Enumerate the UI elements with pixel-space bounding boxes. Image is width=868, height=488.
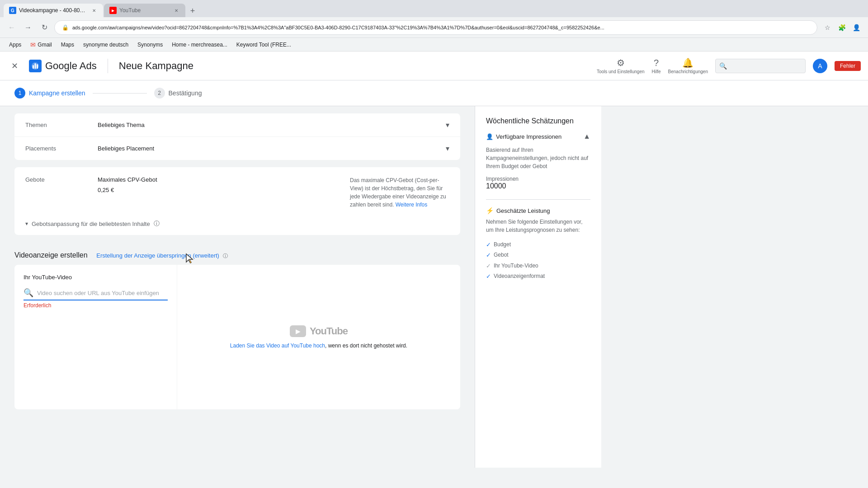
checklist-videoanzeigenformat: ✓ Videoanzeigenformat bbox=[486, 271, 590, 282]
themen-dropdown-icon[interactable]: ▾ bbox=[446, 121, 449, 129]
performance-title-text: Geschätzte Leistung bbox=[496, 207, 550, 214]
checklist-youtube-label: Ihr YouTube-Video bbox=[494, 261, 538, 271]
avatar[interactable]: A bbox=[813, 59, 827, 73]
tab-bar: G Videokampagne - 400-805-692! ✕ ▶ YouTu… bbox=[0, 0, 868, 17]
bookmark-home-merch[interactable]: Home - merchreasea... bbox=[168, 41, 231, 49]
bid-chevron-icon: ▾ bbox=[25, 221, 28, 227]
bookmark-maps-label: Maps bbox=[61, 42, 74, 48]
video-section-title: Videoanzeige erstellen bbox=[14, 251, 88, 259]
video-section-header: Videoanzeige erstellen Erstellung der An… bbox=[14, 242, 460, 265]
gebote-header: Gebote Maximales CPV-Gebot 0,25 € Das ma… bbox=[14, 167, 460, 218]
youtube-upload-text: Laden Sie das Video auf YouTube hoch, we… bbox=[230, 343, 407, 349]
video-search-container: 🔍 bbox=[24, 286, 168, 300]
youtube-play-icon: ▶ bbox=[290, 325, 306, 337]
user-profile-icon[interactable]: 👤 bbox=[850, 21, 863, 34]
step-1-label: Kampagne erstellen bbox=[29, 89, 85, 97]
themen-placements-card: Themen Beliebiges Thema ▾ Placements Bel… bbox=[14, 113, 460, 160]
sidebar-impressions-desc: Basierend auf Ihren Kampagneneinstellung… bbox=[486, 146, 590, 170]
campaign-title-label: Neue Kampagne bbox=[119, 60, 193, 72]
help-button[interactable]: ? Hilfe bbox=[652, 58, 661, 74]
placements-value: Beliebiges Placement ▾ bbox=[98, 144, 449, 153]
back-button[interactable]: ← bbox=[5, 21, 18, 34]
header-divider bbox=[108, 59, 108, 73]
reload-button[interactable]: ↻ bbox=[38, 21, 51, 34]
bookmark-star-icon[interactable]: ☆ bbox=[821, 21, 834, 34]
header-tools-area: ⚙ Tools und Einstellungen ? Hilfe 🔔 Bena… bbox=[597, 57, 861, 74]
bid-adjustment-row[interactable]: ▾ Gebotsanpassung für die beliebtesten I… bbox=[14, 218, 460, 235]
step-1: 1 Kampagne erstellen bbox=[14, 88, 85, 99]
header-search-bar[interactable]: 🔍 bbox=[715, 59, 806, 73]
impressions-metric-label: Impressionen bbox=[486, 176, 590, 182]
ads-svg-icon bbox=[31, 61, 40, 70]
bookmark-synonyme[interactable]: synonyme deutsch bbox=[80, 41, 132, 49]
gebote-content: Maximales CPV-Gebot 0,25 € bbox=[98, 176, 350, 195]
video-section-inner: Ihr YouTube-Video 🔍 Erforderlich ▶ bbox=[14, 265, 460, 409]
step-1-circle: 1 bbox=[14, 88, 25, 99]
sidebar-impressions-title: 👤 Verfügbare Impressionen bbox=[486, 133, 561, 140]
skip-ad-link[interactable]: Erstellung der Anzeige überspringen (erw… bbox=[96, 252, 219, 259]
youtube-play-symbol: ▶ bbox=[296, 328, 301, 335]
bookmarks-bar: Apps ✉ Gmail Maps synonyme deutsch Synon… bbox=[0, 38, 868, 52]
impressions-metric-value: 10000 bbox=[486, 182, 590, 190]
close-button[interactable]: ✕ bbox=[7, 59, 22, 73]
toolbar-icons: ☆ 🧩 👤 bbox=[821, 21, 863, 34]
gebote-label: Gebote bbox=[25, 176, 98, 183]
gebote-title: Maximales CPV-Gebot bbox=[98, 176, 350, 183]
tab-title-youtube: YouTube bbox=[119, 7, 170, 14]
video-right-panel: ▶ YouTube Laden Sie das Video auf YouTub… bbox=[177, 265, 460, 409]
content-area: Themen Beliebiges Thema ▾ Placements Bel… bbox=[0, 106, 475, 468]
notifications-button[interactable]: 🔔 Benachrichtigungen bbox=[668, 57, 708, 74]
placements-dropdown-icon[interactable]: ▾ bbox=[446, 144, 449, 153]
bookmark-gmail[interactable]: ✉ Gmail bbox=[27, 40, 55, 49]
check-budget-icon: ✓ bbox=[486, 239, 491, 250]
bookmark-keyword-tool[interactable]: Keyword Tool (FREE... bbox=[233, 41, 295, 49]
step-2: 2 Bestätigung bbox=[154, 88, 202, 99]
forward-button[interactable]: → bbox=[22, 21, 34, 34]
gmail-icon: ✉ bbox=[30, 41, 36, 48]
help-icon: ? bbox=[654, 58, 659, 68]
bookmark-synonyms[interactable]: Synonyms bbox=[134, 41, 166, 49]
tab-close-videokampagne[interactable]: ✕ bbox=[90, 7, 98, 14]
bookmark-home-merch-label: Home - merchreasea... bbox=[172, 42, 227, 48]
bookmark-apps[interactable]: Apps bbox=[5, 41, 25, 49]
tab-videokampagne[interactable]: G Videokampagne - 400-805-692! ✕ bbox=[4, 4, 103, 17]
tab-close-youtube[interactable]: ✕ bbox=[173, 7, 180, 14]
gebote-more-link[interactable]: Weitere Infos bbox=[396, 202, 427, 208]
video-search-icon: 🔍 bbox=[24, 288, 33, 298]
google-ads-icon bbox=[29, 60, 42, 72]
app-name-label: Google Ads bbox=[45, 60, 97, 72]
youtube-upload-link[interactable]: Laden Sie das Video auf YouTube hoch bbox=[230, 343, 325, 349]
extension-puzzle-icon[interactable]: 🧩 bbox=[835, 21, 848, 34]
video-left-panel: Ihr YouTube-Video 🔍 Erforderlich bbox=[14, 265, 177, 409]
bookmark-maps[interactable]: Maps bbox=[57, 41, 78, 49]
bid-adjustment-label: Gebotsanpassung für die beliebtesten Inh… bbox=[32, 221, 150, 227]
bookmark-apps-label: Apps bbox=[9, 42, 21, 48]
tools-settings-button[interactable]: ⚙ Tools und Einstellungen bbox=[597, 57, 645, 74]
youtube-placeholder: ▶ YouTube Laden Sie das Video auf YouTub… bbox=[230, 325, 407, 349]
youtube-text-logo: YouTube bbox=[310, 325, 348, 337]
address-bar: ← → ↻ 🔒 ads.google.com/aw/campaigns/new/… bbox=[0, 17, 868, 38]
checklist-gebot: ✓ Gebot bbox=[486, 250, 590, 260]
bookmark-gmail-label: Gmail bbox=[38, 42, 52, 48]
error-button[interactable]: Fehler bbox=[835, 61, 861, 71]
checklist-budget-label: Budget bbox=[494, 240, 511, 250]
sidebar-performance-header: ⚡ Geschätzte Leistung bbox=[486, 207, 590, 214]
sidebar-title: Wöchentliche Schätzungen bbox=[486, 117, 590, 125]
lock-icon: 🔒 bbox=[62, 24, 69, 31]
search-header-icon: 🔍 bbox=[719, 62, 727, 70]
sidebar-performance-section: ⚡ Geschätzte Leistung Nehmen Sie folgend… bbox=[486, 207, 590, 282]
google-ads-logo: Google Ads bbox=[29, 60, 97, 72]
new-tab-button[interactable]: + bbox=[186, 5, 199, 17]
bookmark-synonyms-label: Synonyms bbox=[137, 42, 163, 48]
sidebar-checklist: ✓ Budget ✓ Gebot ✓ Ihr YouTube-Video ✓ V… bbox=[486, 239, 590, 282]
placements-value-text: Beliebiges Placement bbox=[98, 145, 154, 152]
bid-info-icon: ⓘ bbox=[154, 220, 160, 228]
url-bar[interactable]: 🔒 ads.google.com/aw/campaigns/new/video?… bbox=[54, 20, 817, 35]
video-search-input[interactable] bbox=[37, 290, 168, 296]
sidebar-collapse-icon[interactable]: ▲ bbox=[583, 132, 590, 141]
bell-icon: 🔔 bbox=[682, 57, 693, 68]
sidebar-divider bbox=[486, 199, 590, 200]
stepper: 1 Kampagne erstellen 2 Bestätigung bbox=[0, 80, 868, 106]
main-layout: Themen Beliebiges Thema ▾ Placements Bel… bbox=[0, 106, 868, 468]
tab-youtube[interactable]: ▶ YouTube ✕ bbox=[104, 4, 185, 17]
